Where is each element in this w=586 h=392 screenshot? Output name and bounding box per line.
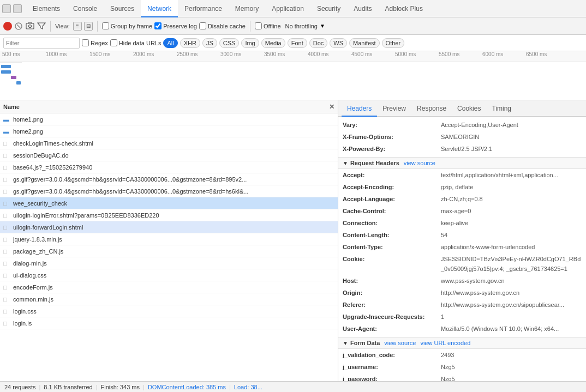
hide-data-urls-input[interactable] (110, 39, 117, 46)
header-val: Servlet/2.5 JSP/2.1 (441, 144, 492, 154)
tab-elements[interactable]: Elements (26, 0, 67, 17)
list-item[interactable]: □ uilogin-loginError.shtml?params=0B25EE… (0, 209, 338, 221)
tab-performance[interactable]: Performance (178, 0, 229, 17)
list-header-name: Name (3, 104, 20, 110)
tick-9: 5000 ms (395, 51, 439, 57)
header-val: keep-alive (441, 218, 468, 228)
header-row: Accept-Language: zh-CN,zh;q=0.8 (338, 193, 586, 205)
tab-audits[interactable]: Audits (347, 0, 378, 17)
list-item[interactable]: □ login.is (0, 317, 338, 329)
transferred-size: 8.1 KB transferred (44, 384, 92, 390)
group-by-frame-checkbox[interactable]: Group by frame (102, 22, 152, 29)
preserve-log-checkbox[interactable]: Preserve log (154, 22, 197, 29)
list-item[interactable]: □ gs.gif?gsver=3.0.0.4&gscmd=hb&gssrvid=… (0, 173, 338, 185)
form-data-view-url-encoded-link[interactable]: view URL encoded (420, 340, 470, 346)
filter-button[interactable] (37, 22, 46, 31)
regex-checkbox[interactable]: Regex (82, 39, 108, 46)
hide-data-urls-checkbox[interactable]: Hide data URLs (110, 39, 162, 46)
header-key: Vary: (343, 120, 441, 130)
filter-type-css[interactable]: CSS (219, 38, 240, 48)
js-icon: □ (3, 236, 10, 243)
stop-button[interactable] (14, 22, 23, 31)
list-item[interactable]: □ ui-dialog.css (0, 269, 338, 281)
header-val: text/html,application/xhtml+xml,applicat… (441, 170, 558, 180)
tick-3: 2000 ms (133, 51, 177, 57)
arrow-icon: ▼ (343, 160, 348, 166)
tab-cookies[interactable]: Cookies (452, 100, 486, 117)
filter-type-js[interactable]: JS (202, 38, 217, 48)
load-time[interactable]: Load: 38... (234, 384, 262, 390)
throttling-dropdown[interactable]: ▼ (320, 23, 325, 29)
doc-icon: □ (3, 212, 10, 219)
record-button[interactable] (3, 22, 12, 31)
devtools-icon-1[interactable] (2, 4, 11, 13)
header-key: Accept: (343, 170, 441, 180)
filter-type-media[interactable]: Media (261, 38, 285, 48)
offline-label: Offline (264, 23, 281, 29)
close-panel-button[interactable]: ✕ (329, 103, 334, 111)
group-by-frame-input[interactable] (102, 22, 109, 29)
list-item[interactable]: □ base64.js?_=1502526279940 (0, 161, 338, 173)
view-waterfall-icon[interactable]: ⊟ (84, 22, 93, 31)
list-item[interactable]: □ checkLoginTimes-check.shtml (0, 137, 338, 149)
list-item[interactable]: ▬ home2.png (0, 125, 338, 137)
tick-7: 4000 ms (308, 51, 351, 57)
tick-12: 6500 ms (526, 51, 570, 57)
devtools-icon-2[interactable] (13, 4, 22, 13)
regex-input[interactable] (82, 39, 89, 46)
requests-count: 24 requests (4, 384, 35, 390)
filter-type-xhr[interactable]: XHR (180, 38, 200, 48)
header-row: Host: www.pss-system.gov.cn (338, 275, 586, 287)
list-item[interactable]: □ package_zh_CN.js (0, 245, 338, 257)
tab-adblock[interactable]: Adblock Plus (379, 0, 429, 17)
dom-content-loaded[interactable]: DOMContentLoaded: 385 ms (148, 384, 226, 390)
form-data-view-source-link[interactable]: view source (384, 340, 416, 346)
header-row: Content-Type: application/x-www-form-url… (338, 241, 586, 253)
header-row: Referer: http://www.pss-system.gov.cn/si… (338, 299, 586, 311)
tab-preview[interactable]: Preview (377, 100, 411, 117)
list-item[interactable]: □ dialog-min.js (0, 257, 338, 269)
list-item[interactable]: □ common.min.js (0, 293, 338, 305)
filter-type-img[interactable]: Img (241, 38, 259, 48)
no-throttling-label: No throttling (285, 23, 318, 29)
list-item[interactable]: □ uilogin-forwardLogin.shtml (0, 221, 338, 233)
filter-type-ws[interactable]: WS (330, 38, 347, 48)
list-item[interactable]: ▬ home1.png (0, 113, 338, 125)
view-list-icon[interactable]: ≡ (73, 22, 82, 31)
regex-label: Regex (91, 40, 108, 46)
tab-response[interactable]: Response (411, 100, 452, 117)
offline-checkbox[interactable]: Offline (255, 22, 281, 29)
header-key: Content-Length: (343, 230, 441, 240)
tab-headers[interactable]: Headers (342, 100, 377, 117)
svg-rect-9 (16, 81, 21, 85)
list-item[interactable]: □ encodeForm.js (0, 281, 338, 293)
filter-type-doc[interactable]: Doc (309, 38, 328, 48)
tab-security[interactable]: Security (310, 0, 347, 17)
tab-network[interactable]: Network (141, 0, 178, 17)
preserve-log-input[interactable] (154, 22, 162, 29)
filter-type-font[interactable]: Font (288, 38, 307, 48)
tab-timing[interactable]: Timing (486, 100, 517, 117)
disable-cache-checkbox[interactable]: Disable cache (199, 22, 246, 29)
filter-type-other[interactable]: Other (382, 38, 405, 48)
list-item-selected[interactable]: □ wee_security_check (0, 197, 338, 209)
request-list[interactable]: ▬ home1.png ▬ home2.png □ checkLoginTime… (0, 113, 338, 381)
list-item[interactable]: □ jquery-1.8.3.min.js (0, 233, 338, 245)
preserve-log-label: Preserve log (163, 23, 197, 29)
filter-type-manifest[interactable]: Manifest (349, 38, 380, 48)
list-item[interactable]: □ gs.gif?gsver=3.0.0.4&gscmd=hb&gssrvid=… (0, 185, 338, 197)
filter-type-all[interactable]: All (163, 38, 177, 48)
tab-application[interactable]: Application (265, 0, 310, 17)
screenshot-button[interactable] (25, 22, 35, 31)
disable-cache-input[interactable] (199, 22, 206, 29)
header-row: j_password: Nzg5 (338, 373, 586, 381)
view-source-link[interactable]: view source (404, 160, 435, 166)
filter-input[interactable] (3, 38, 80, 49)
tab-sources[interactable]: Sources (104, 0, 141, 17)
offline-input[interactable] (255, 22, 262, 29)
tick-5: 3000 ms (220, 51, 264, 57)
list-item[interactable]: □ sessionDeBugAC.do (0, 149, 338, 161)
tab-memory[interactable]: Memory (229, 0, 265, 17)
tab-console[interactable]: Console (67, 0, 104, 17)
list-item[interactable]: □ login.css (0, 305, 338, 317)
